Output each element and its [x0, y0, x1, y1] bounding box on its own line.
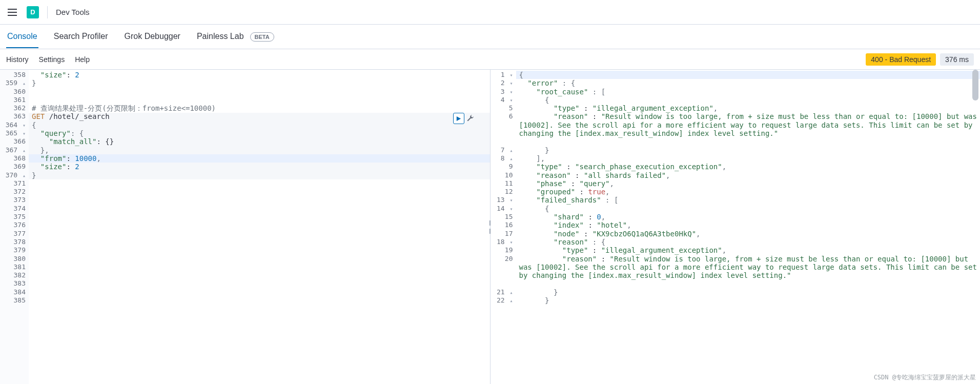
console-toolbar: History Settings Help 400 - Bad Request … [0, 49, 980, 70]
toolbar-settings[interactable]: Settings [39, 55, 65, 64]
request-gutter: 358359 ▴360361362363364 ▾365 ▾366367 ▴36… [0, 70, 29, 384]
app-badge[interactable]: D [27, 6, 39, 18]
tab-painless-lab[interactable]: Painless Lab [196, 26, 245, 48]
app-title: Dev Tools [56, 8, 90, 16]
response-scrollbar[interactable] [972, 70, 979, 384]
request-actions [453, 113, 475, 124]
response-viewer[interactable]: 1 ▾2 ▾3 ▾4 ▾567 ▴8 ▴910111213 ▾14 ▾15161… [491, 70, 981, 384]
header-divider [47, 6, 48, 18]
request-editor[interactable]: 358359 ▴360361362363364 ▾365 ▾366367 ▴36… [0, 70, 491, 384]
response-time: 376 ms [940, 53, 974, 66]
tab-grok-debugger[interactable]: Grok Debugger [124, 26, 181, 48]
editor-panes: 358359 ▴360361362363364 ▾365 ▾366367 ▴36… [0, 70, 980, 384]
svg-marker-0 [457, 116, 461, 120]
watermark: CSDN @专吃海绵宝宝菠萝屋的派大星 [874, 373, 976, 382]
response-gutter: 1 ▾2 ▾3 ▾4 ▾567 ▴8 ▴910111213 ▾14 ▾15161… [491, 70, 516, 384]
tab-search-profiler[interactable]: Search Profiler [53, 26, 109, 48]
toolbar-history[interactable]: History [6, 55, 29, 64]
send-request-button[interactable] [453, 113, 464, 124]
status-badge: 400 - Bad Request [866, 53, 936, 66]
hamburger-menu-icon[interactable] [6, 6, 18, 18]
tab-bar: Console Search Profiler Grok Debugger Pa… [0, 25, 980, 49]
tab-console[interactable]: Console [6, 26, 38, 48]
response-scrollbar-thumb[interactable] [972, 70, 978, 100]
app-header: D Dev Tools [0, 0, 980, 25]
response-code: { "error" : { "root_cause" : [ { "type" … [516, 70, 981, 384]
play-icon [456, 116, 461, 122]
beta-badge: BETA [250, 32, 274, 42]
request-code[interactable]: "size": 2}# 查询结果处理-分页(分页限制：from+size<=10… [29, 70, 490, 384]
wrench-icon[interactable] [466, 114, 475, 123]
toolbar-help[interactable]: Help [75, 55, 90, 64]
